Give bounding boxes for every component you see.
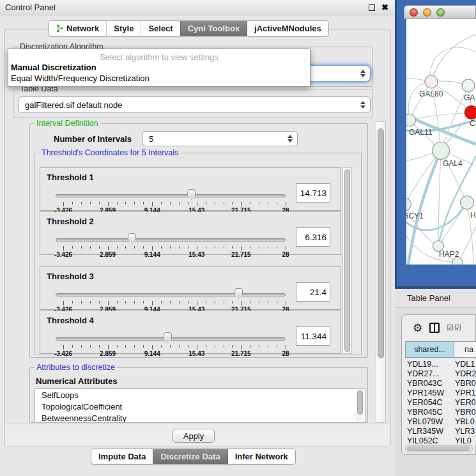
slider-tick: [125, 301, 126, 303]
threshold-value-field[interactable]: 21.4: [296, 282, 330, 302]
slider-tick: [170, 246, 171, 249]
apply-button[interactable]: Apply: [173, 429, 215, 443]
threshold-label: Threshold 1: [47, 173, 94, 182]
slider-tick: [134, 345, 135, 348]
network-view-canvas[interactable]: GAL80GACGAL11GAL4GCY1HHAP2: [406, 19, 476, 265]
slider-tick: [161, 301, 162, 303]
algorithm-placeholder-option[interactable]: Select algorithm to view settings: [8, 52, 310, 62]
algorithm-option-equal-width[interactable]: Equal Width/Frequency Discretization: [11, 73, 150, 83]
table-row[interactable]: YDR27... YDR2: [405, 369, 476, 378]
table-row[interactable]: YER054C YER0: [405, 397, 476, 407]
table-row[interactable]: YLR345W YLR3: [405, 426, 476, 436]
slider-track[interactable]: [56, 293, 286, 296]
threshold-label: Threshold 3: [47, 272, 94, 281]
column-header-shared-name[interactable]: shared...: [406, 342, 454, 357]
slider-handle[interactable]: [128, 233, 136, 244]
close-traffic-light[interactable]: [410, 8, 418, 17]
table-rows: YDL19... YDL1 YDR27... YDR2 YBR043C YBR0…: [405, 359, 476, 445]
network-node[interactable]: [465, 106, 476, 119]
slider-ticks: [63, 202, 286, 207]
slider-tick: [250, 246, 250, 249]
slider-tick: [63, 202, 64, 206]
slider-track[interactable]: [56, 194, 286, 197]
table-data-combobox[interactable]: galFiltered.sif default node: [18, 96, 371, 113]
threshold-row: Threshold 3 -3.4262.8599.14415.4321.7152…: [40, 266, 341, 310]
slider-tick: [117, 345, 118, 348]
network-node[interactable]: [406, 199, 411, 211]
shared-name-cell: YLR345W: [405, 427, 452, 436]
table-horizontal-scrollbar[interactable]: [405, 445, 473, 452]
slider-tick: [197, 345, 197, 349]
slider-tick: [108, 301, 109, 305]
network-node[interactable]: [433, 142, 450, 160]
scrollbar-thumb[interactable]: [344, 169, 350, 352]
thresholds-scrollbar[interactable]: [342, 167, 352, 354]
shared-name-cell: YPR145W: [405, 388, 452, 397]
network-node[interactable]: [462, 79, 475, 92]
gear-icon[interactable]: ⚙: [413, 323, 422, 334]
attributes-list-scrollbar[interactable]: [356, 389, 364, 422]
control-panel-title: Control Panel: [5, 3, 56, 12]
slider-handle[interactable]: [164, 332, 172, 343]
slider-tick: [125, 246, 126, 249]
tab-style[interactable]: Style: [106, 21, 141, 36]
float-window-icon[interactable]: [369, 4, 375, 11]
slider-tick: [215, 202, 215, 204]
network-window-titlebar[interactable]: [404, 5, 476, 19]
tab-network[interactable]: Network: [49, 21, 106, 36]
slider-tick: [170, 345, 171, 348]
network-node[interactable]: [461, 196, 474, 210]
slider-tick: [143, 202, 144, 204]
scrollbar-thumb[interactable]: [357, 390, 363, 415]
table-row[interactable]: YBL079W YBL0: [405, 417, 476, 426]
attribute-item-topologicalcoefficient[interactable]: TopologicalCoefficient: [35, 401, 365, 412]
tab-jactivemnodules[interactable]: jActiveMNodules: [247, 21, 328, 36]
threshold-value-field[interactable]: 14.713: [296, 183, 330, 203]
slider-tick: [72, 246, 73, 249]
table-row[interactable]: YIL052C YIL0: [405, 436, 476, 445]
attribute-item-betweennesscentrality[interactable]: BetweennessCentrality: [35, 412, 365, 423]
scrollbar-thumb[interactable]: [378, 128, 384, 358]
threshold-value-field[interactable]: 11.344: [296, 326, 330, 346]
zoom-traffic-light[interactable]: [436, 8, 445, 17]
column-header-name[interactable]: na: [454, 342, 476, 357]
slider-handle[interactable]: [187, 189, 196, 200]
tab-discretize-data[interactable]: Discretize Data: [153, 449, 227, 464]
slider-track[interactable]: [56, 238, 286, 242]
close-icon[interactable]: ✖: [381, 3, 388, 12]
network-node[interactable]: [406, 114, 416, 127]
slider-tick: [206, 301, 206, 303]
slider-tick: [268, 246, 268, 249]
table-row[interactable]: YPR145W YPR1: [405, 388, 476, 397]
checkboxes-icon[interactable]: ☑☑: [447, 324, 462, 332]
tab-impute-data[interactable]: Impute Data: [91, 449, 153, 464]
tab-infer-network[interactable]: Infer Network: [227, 449, 295, 464]
tab-label: Infer Network: [235, 452, 288, 461]
threshold-value-field[interactable]: 6.316: [296, 227, 330, 247]
table-row[interactable]: YBR043C YBR0: [405, 378, 476, 388]
scrollbar-thumb[interactable]: [407, 447, 470, 451]
slider-tick: [286, 202, 286, 206]
tab-select[interactable]: Select: [141, 21, 180, 36]
slider-tick-label: 2.859: [100, 251, 116, 258]
slider-tick: [179, 345, 180, 348]
panel-scrollbar[interactable]: [376, 121, 386, 423]
columns-icon[interactable]: [429, 323, 440, 333]
slider-tick: [277, 301, 277, 303]
attribute-item-selfloops[interactable]: SelfLoops: [35, 389, 365, 401]
slider-tick: [206, 345, 206, 348]
slider-tick-label: 15.43: [188, 350, 204, 357]
slider-tick: [268, 345, 268, 348]
slider-ticks: [63, 246, 286, 251]
number-of-intervals-combobox[interactable]: 5: [142, 131, 298, 146]
minimize-traffic-light[interactable]: [423, 8, 431, 17]
network-node[interactable]: [425, 75, 438, 88]
slider-tick-label: -3.426: [54, 251, 72, 258]
table-row[interactable]: YBR045C YBR0: [405, 407, 476, 417]
table-row[interactable]: YDL19... YDL1: [405, 359, 476, 369]
slider-tick: [90, 301, 91, 303]
slider-handle[interactable]: [234, 288, 243, 299]
algorithm-option-manual[interactable]: Manual Discretization: [11, 63, 96, 72]
slider-tick: [90, 345, 91, 348]
tab-cyni-toolbox[interactable]: Cyni Toolbox: [180, 21, 247, 36]
